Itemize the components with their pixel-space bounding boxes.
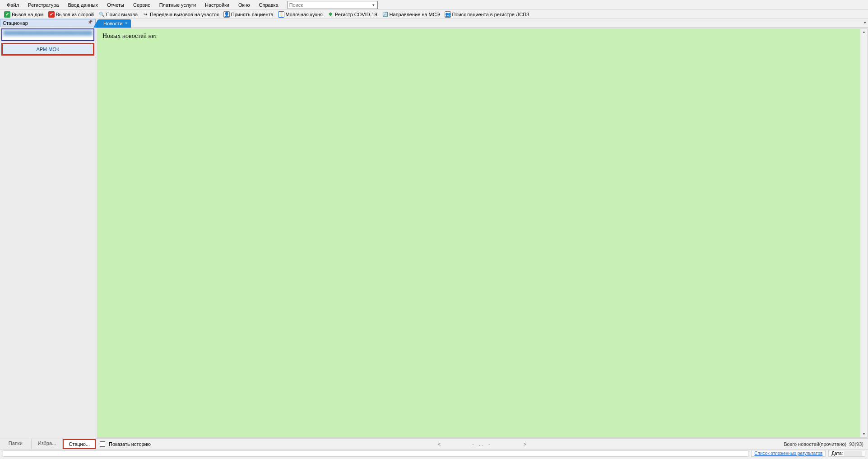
registry-search-icon: 👥: [445, 11, 451, 18]
global-search[interactable]: ▾: [288, 1, 378, 9]
menu-settings[interactable]: Настройки: [200, 1, 234, 9]
sidebar-header[interactable]: Стационар: [0, 19, 96, 27]
tab-strip: Новости × ▾: [96, 19, 868, 28]
menu-data-entry[interactable]: Ввод данных: [63, 1, 102, 9]
tool-transfer-calls[interactable]: ↪ Передача вызовов на участок: [140, 11, 221, 18]
tool-milk-kitchen[interactable]: 🥛 Молочная кухня: [276, 11, 325, 18]
tool-ambulance-call[interactable]: ✔ Вызов из скорой: [46, 11, 96, 18]
pager-center: - .. -: [472, 441, 492, 447]
sidebar-body: ████████████████████████████ АРМ МОК: [0, 27, 96, 439]
date-label: Дата:: [831, 451, 843, 456]
menu-registry[interactable]: Регистратура: [23, 1, 63, 9]
news-empty-text: Новых новостей нет: [102, 33, 157, 39]
menu-service[interactable]: Сервис: [129, 1, 155, 9]
tab-label: Новости: [103, 21, 123, 26]
menu-file[interactable]: Файл: [2, 1, 23, 9]
sidebar-title: Стационар: [3, 20, 28, 26]
news-count-value: 93(93): [849, 441, 863, 447]
date-value: [844, 451, 862, 456]
check-red-icon: ✔: [48, 11, 55, 18]
sidebar-tab-stationary[interactable]: Стацио...: [63, 439, 96, 449]
global-search-input[interactable]: [288, 1, 370, 9]
tool-mse-referral[interactable]: 🔄 Направление на МСЭ: [380, 11, 442, 18]
sidebar-item-label: АРМ МОК: [37, 47, 60, 52]
sidebar-tab-folders[interactable]: Папки: [0, 439, 32, 449]
news-body: Новых новостей нет: [97, 29, 867, 43]
tool-label: Молочная кухня: [286, 12, 323, 17]
scroll-up-icon[interactable]: ▴: [861, 29, 867, 35]
tool-label: Передача вызовов на участок: [150, 12, 219, 17]
menu-reports[interactable]: Отчеты: [102, 1, 129, 9]
news-scrollbar[interactable]: ▴ ▾: [860, 29, 867, 437]
tab-close-icon[interactable]: ×: [124, 21, 129, 26]
tool-registry-search[interactable]: 👥 Поиск пациента в регистре ЛСПЗ: [443, 11, 531, 18]
tool-label: Вызов из скорой: [56, 12, 94, 17]
show-history-label: Показать историю: [109, 441, 151, 447]
pin-icon[interactable]: [88, 20, 93, 26]
pager-next[interactable]: >: [524, 441, 526, 447]
milk-icon: 🥛: [278, 11, 284, 18]
tool-label: Регистр COVID-19: [335, 12, 377, 17]
tool-label: Поиск вызова: [106, 12, 138, 17]
tabstrip-collapse-icon[interactable]: ▾: [864, 20, 866, 25]
sidebar-item-redacted[interactable]: ████████████████████████████: [1, 28, 94, 41]
menu-window[interactable]: Окно: [234, 1, 255, 9]
sidebar-item-arm-mok[interactable]: АРМ МОК: [1, 43, 94, 56]
tool-search-call[interactable]: 🔍 Поиск вызова: [97, 11, 139, 18]
menu-help[interactable]: Справка: [255, 1, 283, 9]
tool-accept-patient[interactable]: 👤 Принять пациента: [222, 11, 275, 18]
news-total-label: Всего новостей(прочитано): [784, 441, 846, 447]
tab-news[interactable]: Новости ×: [98, 19, 131, 28]
tool-home-call[interactable]: ✔ Вызов на дом: [2, 11, 46, 18]
check-green-icon: ✔: [4, 11, 10, 18]
menu-bar: Файл Регистратура Ввод данных Отчеты Сер…: [0, 0, 868, 10]
tool-label: Принять пациента: [231, 12, 274, 17]
patient-icon: 👤: [223, 11, 230, 18]
covid-icon: ✱: [327, 11, 334, 18]
transfer-icon: ↪: [142, 11, 149, 18]
news-pane: Новых новостей нет ▴ ▾: [97, 28, 868, 438]
news-footer: Показать историю < - .. - > Всего новост…: [96, 438, 868, 449]
search-dropdown-icon[interactable]: ▾: [371, 2, 376, 8]
menu-paid-services[interactable]: Платные услуги: [155, 1, 200, 9]
show-history-checkbox[interactable]: [100, 441, 105, 447]
sidebar-tabs: Папки Избра... Стацио...: [0, 439, 96, 449]
sidebar: Стационар ████████████████████████████ А…: [0, 19, 96, 449]
status-bar: Список отложенных результатов Дата:: [0, 449, 868, 457]
tool-label: Поиск пациента в регистре ЛСПЗ: [452, 12, 529, 17]
tool-covid-registry[interactable]: ✱ Регистр COVID-19: [325, 11, 379, 18]
scroll-down-icon[interactable]: ▾: [861, 431, 867, 437]
status-message-area: [3, 450, 748, 457]
sidebar-tab-favorites[interactable]: Избра...: [32, 439, 63, 449]
toolbar: ✔ Вызов на дом ✔ Вызов из скорой 🔍 Поиск…: [0, 10, 868, 19]
search-icon: 🔍: [98, 11, 105, 18]
mse-icon: 🔄: [382, 11, 388, 18]
status-date: Дата:: [828, 450, 865, 457]
news-pager: < - .. - >: [438, 441, 526, 447]
tool-label: Направление на МСЭ: [390, 12, 440, 17]
tool-label: Вызов на дом: [12, 12, 44, 17]
pager-prev[interactable]: <: [438, 441, 441, 447]
deferred-results-link[interactable]: Список отложенных результатов: [751, 450, 826, 457]
content-area: Новости × ▾ Новых новостей нет ▴ ▾ Показ…: [96, 19, 868, 449]
